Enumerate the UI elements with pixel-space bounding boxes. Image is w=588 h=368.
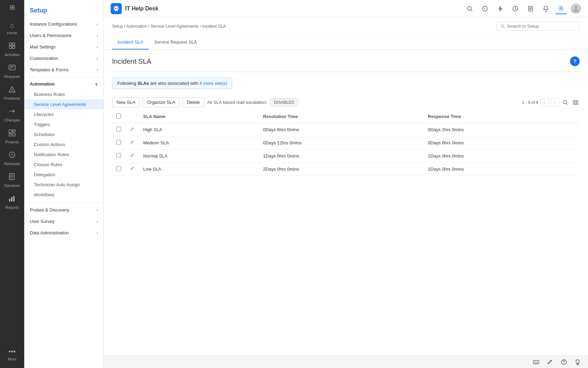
svg-rect-7 — [9, 134, 11, 136]
lightning-icon[interactable] — [495, 3, 506, 14]
tech-auto-assign-label: Technician Auto Assign — [34, 182, 80, 187]
row-checkbox-2[interactable] — [116, 153, 121, 158]
lifecycles-label: Lifecycles — [34, 112, 54, 117]
response-time-cell: 0Days 6hrs 0mins — [424, 136, 580, 150]
sidebar-item-projects[interactable]: Projects — [0, 126, 24, 147]
prev-page-button[interactable]: ‹ — [540, 98, 549, 107]
sidebar-item-probes-discovery[interactable]: Probes & Discovery › — [24, 204, 103, 216]
sidebar-item-activities[interactable]: Activities — [0, 38, 24, 60]
search-header-icon[interactable] — [464, 3, 475, 14]
edit-bottom-icon[interactable] — [545, 357, 555, 367]
help-icon[interactable]: ? — [570, 56, 580, 66]
sidebar-item-workflows[interactable]: Workflows — [24, 190, 103, 200]
setup-search-box[interactable] — [497, 21, 580, 31]
svg-point-21 — [575, 6, 577, 9]
sidebar-item-custom-actions[interactable]: Custom Actions — [24, 140, 103, 150]
main-content: IT Help Desk Setup / Automat — [104, 0, 588, 368]
sidebar-item-triggers[interactable]: Triggers — [24, 119, 103, 129]
sidebar-item-requests[interactable]: Requests — [0, 60, 24, 82]
sidebar-item-solutions[interactable]: Solutions — [0, 169, 24, 191]
sidebar-item-templates-forms[interactable]: Templates & Forms › — [24, 64, 103, 75]
top-header: IT Help Desk — [104, 0, 588, 17]
sla-name-cell: Medium SLA — [139, 136, 259, 150]
tab-incident-sla[interactable]: Incident SLA — [112, 35, 149, 50]
edit-icon-3[interactable] — [130, 167, 135, 172]
sidebar-item-customization[interactable]: Customization › — [24, 53, 103, 64]
svg-point-23 — [563, 100, 567, 104]
sidebar-item-users-permissions[interactable]: Users & Permissions › — [24, 30, 103, 41]
row-checkbox-0[interactable] — [116, 127, 121, 132]
sla-name-cell: Low SLA — [139, 163, 259, 176]
sidebar-item-reports[interactable]: Reports — [0, 191, 24, 213]
sidebar-item-closure-rules[interactable]: Closure Rules — [24, 160, 103, 170]
releases-label: Releases — [4, 162, 20, 166]
pagination-info: 1 - 4 of 4 ‹ › — [522, 98, 580, 107]
sidebar-item-business-rules[interactable]: Business Rules — [24, 89, 103, 99]
sidebar-item-data-admin[interactable]: Data Administration › — [24, 227, 103, 239]
notification-rules-label: Notification Rules — [34, 152, 69, 157]
avatar[interactable] — [571, 3, 581, 14]
custom-actions-label: Custom Actions — [34, 142, 65, 147]
svg-rect-3 — [12, 46, 15, 48]
edit-icon-0[interactable] — [130, 127, 135, 133]
next-page-button[interactable]: › — [551, 98, 559, 107]
svg-point-29 — [563, 363, 564, 364]
problems-icon — [8, 86, 16, 95]
sidebar-item-tech-auto-assign[interactable]: Technician Auto Assign — [24, 180, 103, 190]
sla-label: Service Level Agreements — [34, 102, 86, 107]
row-checkbox-3[interactable] — [116, 166, 121, 171]
resolution-time-cell: 1Days 0hrs 0mins — [259, 150, 424, 163]
row-checkbox-1[interactable] — [116, 140, 121, 145]
delete-button[interactable]: Delete — [182, 97, 204, 107]
grid-icon[interactable]: ⊞ — [10, 3, 15, 11]
sidebar-item-changes[interactable]: Changes — [0, 104, 24, 126]
gear-icon[interactable] — [555, 3, 567, 14]
tab-service-request-sla[interactable]: Service Request SLA — [149, 35, 203, 50]
organize-sla-button[interactable]: Organize SLA — [143, 97, 180, 107]
keyboard-icon[interactable] — [531, 357, 541, 367]
new-sla-button[interactable]: New SLA — [112, 97, 140, 107]
setup-search-input[interactable] — [507, 24, 576, 29]
bulb-bottom-icon[interactable] — [573, 357, 582, 367]
projects-label: Projects — [5, 140, 19, 144]
sidebar-item-lifecycles[interactable]: Lifecycles — [24, 109, 103, 119]
delegation-label: Delegation — [34, 172, 55, 177]
sidebar-item-more[interactable]: ••• More — [0, 344, 24, 365]
table-search-icon[interactable] — [561, 98, 569, 107]
help-bottom-icon[interactable] — [559, 357, 569, 367]
icon-navigation: ⊞ ⌂ Home Activities Requests Problems Ch… — [0, 0, 24, 368]
svg-rect-24 — [573, 100, 575, 105]
solutions-icon — [8, 173, 16, 182]
document-icon[interactable] — [525, 3, 536, 14]
history-icon[interactable] — [510, 3, 521, 14]
sidebar-item-problems[interactable]: Problems — [0, 82, 24, 104]
select-all-checkbox[interactable] — [116, 114, 121, 118]
mail-settings-label: Mail Settings — [30, 44, 55, 50]
response-time-cell: 0Days 2hrs 0mins — [424, 123, 580, 136]
sidebar-item-notification-rules[interactable]: Notification Rules — [24, 150, 103, 160]
bell-icon[interactable] — [540, 3, 551, 14]
automation-section[interactable]: Automation ∨ — [24, 79, 103, 89]
sidebar-item-mail-settings[interactable]: Mail Settings › — [24, 41, 103, 53]
edit-icon-2[interactable] — [130, 153, 135, 159]
table-row: High SLA 0Days 6hrs 0mins 0Days 2hrs 0mi… — [112, 123, 580, 136]
row-checkbox-cell — [112, 150, 126, 163]
tabs: Incident SLA Service Request SLA — [104, 35, 588, 50]
compass-icon[interactable] — [479, 3, 490, 14]
row-edit-cell — [126, 123, 139, 136]
table-columns-icon[interactable] — [571, 98, 580, 107]
sidebar-item-instance-configs[interactable]: Instance Configurations › — [24, 18, 103, 30]
sidebar-item-user-survey[interactable]: User Survey › — [24, 216, 103, 227]
more-sites-link[interactable]: 4 more site(s) — [200, 81, 227, 86]
sidebar-item-home[interactable]: ⌂ Home — [0, 18, 24, 38]
changes-label: Changes — [4, 118, 20, 122]
row-checkbox-cell — [112, 136, 126, 150]
edit-icon-1[interactable] — [130, 140, 135, 146]
sidebar-item-releases[interactable]: Releases — [0, 147, 24, 169]
sidebar-item-sla[interactable]: Service Level Agreements — [24, 99, 103, 109]
chevron-right-icon: › — [97, 22, 98, 27]
sidebar-item-delegation[interactable]: Delegation — [24, 170, 103, 180]
svg-point-16 — [468, 6, 471, 10]
sidebar-item-schedules[interactable]: Schedules — [24, 129, 103, 140]
response-time-cell: 1Days 0hrs 0mins — [424, 150, 580, 163]
